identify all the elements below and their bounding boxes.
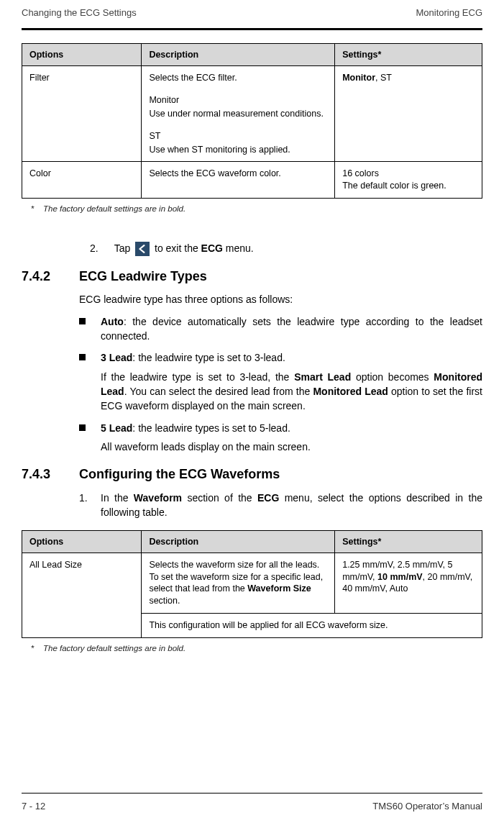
li-3lead-rest: : the leadwire type is set to 3-lead. [132,352,285,363]
t2-r1-desc-l2-post: section. [149,596,180,606]
section-7-4-2-title: ECG Leadwire Types [79,269,207,284]
t1-r1-st-body: Use when ST monitoring is applied. [149,144,327,156]
list-item: 5 Lead: the leadwire types is set to 5-l… [79,421,482,455]
step-2-end: menu. [223,242,254,254]
t1-r2-settings-l2: The default color is green. [342,180,475,192]
li-auto-rest: : the device automatically sets the lead… [101,316,482,342]
list-item: 1. In the Waveform section of the ECG me… [79,491,482,520]
t1-r2-desc: Selects the ECG waveform color. [142,162,335,199]
t1-r2-settings: 16 colors The default color is green. [335,162,482,199]
step-1-num: 1. [79,491,88,505]
t2-r1-desc-l2: To set the waveform size for a specific … [149,571,327,608]
t1-footnote-text: The factory default settings are in bold… [43,204,185,213]
step-2: 2. Tap to exit the ECG menu. [90,242,482,256]
t1-r1-monitor-body: Use under normal measurement conditions. [149,108,327,120]
li-5lead-rest: : the leadwire types is set to 5-lead. [132,422,290,434]
ecg-options-table-2: Options Description Settings* All Lead S… [22,530,482,638]
t1-h-description: Description [142,44,335,66]
t1-r1-desc-intro: Selects the ECG filter. [149,72,327,84]
page-number: 7 - 12 [22,801,45,811]
sec742-intro: ECG leadwire type has three options as f… [79,293,482,307]
section-7-4-3-num: 7.4.3 [22,467,79,482]
ecg-options-table-1: Options Description Settings* Filter Sel… [22,43,482,199]
t1-r1-settings-bold: Monitor [342,73,375,83]
list-item: Auto: the device automatically sets the … [79,314,482,344]
li-3lead-sub-pre: If the leadwire type is set to 3-lead, t… [101,371,294,383]
t1-r1-desc: Selects the ECG filter. Monitor Use unde… [142,66,335,162]
t2-r1-option: All Lead Size [22,553,142,637]
t1-r1-settings-rest: , ST [375,73,392,83]
section-7-4-2-heading: 7.4.2 ECG Leadwire Types [22,269,482,284]
li-3lead-sub: If the leadwire type is set to 3-lead, t… [101,370,482,414]
t2-r1-settings: 1.25 mm/mV, 2.5 mm/mV, 5 mm/mV, 10 mm/mV… [335,553,482,614]
step-2-target: ECG [201,242,223,254]
list-item: 3 Lead: the leadwire type is set to 3-le… [79,350,482,413]
header-right: Monitoring ECG [416,7,482,18]
t2-h-options: Options [22,530,142,553]
section-7-4-2-num: 7.4.2 [22,269,79,284]
t2-h-settings: Settings* [335,530,482,553]
li-3lead-sub-b1: Smart Lead [294,371,351,383]
t2-h-description: Description [142,530,335,553]
header-left: Changing the ECG Settings [22,7,137,18]
table-row: Filter Selects the ECG filter. Monitor U… [22,66,482,162]
li-5lead-sub: All waveform leads display on the main s… [101,440,482,454]
li-5lead-lead: 5 Lead [101,422,132,434]
step-1-b1: Waveform [134,492,182,504]
step-2-num: 2. [90,242,111,254]
section-7-4-3-title: Configuring the ECG Waveforms [79,467,280,482]
t2-footnote: *The factory default settings are in bol… [22,644,482,653]
t2-r1-desc-l1: Selects the waveform size for all the le… [149,559,327,571]
t2-footnote-text: The factory default settings are in bold… [43,644,185,653]
t2-r2-note: This configuration will be applied for a… [142,614,482,638]
li-auto-lead: Auto [101,316,124,327]
t1-footnote: *The factory default settings are in bol… [22,204,482,213]
sec743-steps: 1. In the Waveform section of the ECG me… [79,491,482,520]
leadwire-list: Auto: the device automatically sets the … [79,314,482,454]
t1-r1-settings: Monitor, ST [335,66,482,162]
t2-r1-desc-l2-b: Waveform Size [247,583,311,594]
step-1-pre: In the [101,492,134,504]
t2-r1-set-bold: 10 mm/mV [377,572,423,582]
step-1-mid: section of the [182,492,257,504]
footer-rule [22,793,482,794]
li-3lead-sub-m2: . You can select the desired lead from t… [124,386,313,397]
table-row: All Lead Size Selects the waveform size … [22,553,482,614]
step-2-post: to exit the [155,242,201,254]
manual-title: TMS60 Operator’s Manual [372,801,482,811]
t1-r2-settings-l1: 16 colors [342,168,475,180]
step-1-b2: ECG [257,492,279,504]
table-row: Color Selects the ECG waveform color. 16… [22,162,482,199]
top-rule [22,28,482,30]
t2-r1-desc: Selects the waveform size for all the le… [142,553,335,614]
li-3lead-lead: 3 Lead [101,352,132,363]
t1-r1-option: Filter [22,66,142,162]
back-icon[interactable] [135,242,150,256]
section-7-4-3-heading: 7.4.3 Configuring the ECG Waveforms [22,467,482,482]
t1-h-options: Options [22,44,142,66]
li-3lead-sub-b3: Monitored Lead [313,386,388,397]
t1-r2-option: Color [22,162,142,199]
t1-r1-monitor-title: Monitor [149,94,327,106]
li-3lead-sub-m1: option becomes [351,371,434,383]
step-2-pre: Tap [114,242,133,254]
t1-r1-st-title: ST [149,130,327,142]
t1-h-settings: Settings* [335,44,482,66]
